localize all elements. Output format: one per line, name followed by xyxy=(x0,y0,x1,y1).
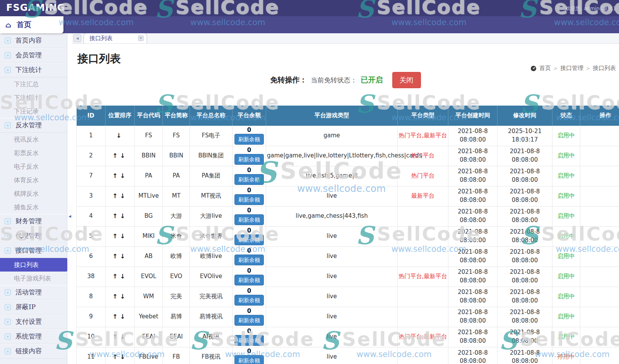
breadcrumb-item-首页[interactable]: 首页 xyxy=(539,65,551,72)
cell-modified: 2021-08-8 08:08:00 xyxy=(498,246,552,267)
cell-full-name: MT视讯 xyxy=(190,186,233,206)
sidebar-group-11[interactable]: ∨链接内容 xyxy=(0,344,67,359)
table-row: 4↑↓BG大游大游live0刷新余额live,game,chess|443,fi… xyxy=(77,206,619,226)
cell-id: 10 xyxy=(77,327,106,347)
sidebar-item-捕鱼反水[interactable]: 捕鱼反水 xyxy=(0,200,67,214)
secondary-header-bar xyxy=(0,16,619,33)
expand-toggle-icon: ∨ xyxy=(5,348,11,354)
sidebar-group-label: 财务管理 xyxy=(15,217,42,226)
sort-arrows[interactable]: ↑↓ xyxy=(113,253,128,260)
sidebar-group-6[interactable]: ∧接口管理 xyxy=(0,243,67,258)
sort-arrows[interactable]: ↑↓ xyxy=(113,293,128,300)
cell-full-name: FS电子 xyxy=(190,126,233,146)
sidebar-item-体育反水[interactable]: 体育反水 xyxy=(0,173,67,187)
table-row: 7↑↓PAPAPA集团0刷新余额live,fish|5,game|8热门平台20… xyxy=(77,166,619,186)
refresh-balance-button[interactable]: 刷新余额 xyxy=(234,194,264,205)
sidebar-item-电子游戏列表[interactable]: 电子游戏列表 xyxy=(0,272,67,285)
sort-arrows[interactable]: ↑↓ xyxy=(113,273,128,280)
sort-arrows[interactable]: ↓ xyxy=(116,132,123,139)
sort-arrows[interactable]: ↑↓ xyxy=(113,313,128,320)
refresh-balance-button[interactable]: 刷新余额 xyxy=(234,174,264,185)
refresh-balance-button[interactable]: 刷新余额 xyxy=(234,134,264,145)
sidebar-group-label: 系统管理 xyxy=(15,332,42,341)
cell-created: 2021-08-8 08:08:00 xyxy=(448,226,498,246)
tab-scroll-left-button[interactable]: ◀ xyxy=(74,34,81,42)
cell-id: 4 xyxy=(77,206,106,226)
cell-id: 2 xyxy=(77,146,106,166)
sidebar-item-彩票反水[interactable]: 彩票反水 xyxy=(0,146,67,160)
sidebar-group-9[interactable]: ∨支付设置 xyxy=(0,314,67,329)
refresh-balance-button[interactable]: 刷新余额 xyxy=(234,275,264,285)
cell-game-types: live,game,chess|443,fish xyxy=(266,206,398,226)
cell-game-types: live xyxy=(266,267,398,287)
column-header-ID: ID xyxy=(77,106,106,126)
status-text: 启用中 xyxy=(552,126,580,146)
tab-close-icon[interactable]: ✕ xyxy=(138,36,144,41)
sidebar-item-下注记录[interactable]: 下注记录 xyxy=(0,104,67,118)
sidebar-group-label: 代理管理 xyxy=(15,231,42,240)
sidebar-group-3[interactable]: ∧反水管理 xyxy=(0,118,67,133)
column-header-平台余额: 平台余额 xyxy=(233,106,266,126)
breadcrumb-item-接口管理[interactable]: 接口管理 xyxy=(560,65,583,72)
cell-game-types: live xyxy=(266,287,398,307)
refresh-balance-button[interactable]: 刷新余额 xyxy=(234,315,264,326)
sidebar-item-接口列表[interactable]: 接口列表 xyxy=(0,258,67,272)
sidebar-item-棋牌反水[interactable]: 棋牌反水 xyxy=(0,187,67,200)
user-info[interactable]: 欢迎您, admin [退出] xyxy=(566,5,615,12)
cell-modified: 2021-08-8 08:08:00 xyxy=(498,166,552,186)
sort-arrows[interactable]: ↑↓ xyxy=(113,172,128,179)
cell-sort: ↓ xyxy=(106,126,135,146)
sidebar-item-视讯反水[interactable]: 视讯反水 xyxy=(0,133,67,146)
tab-bar: ◀ 首页下注汇总✕接口列表✕ xyxy=(72,33,619,44)
transfer-close-button[interactable]: 关闭 xyxy=(392,72,421,88)
refresh-balance-button[interactable]: 刷新余额 xyxy=(234,295,264,306)
sidebar-group-7[interactable]: ∨活动管理 xyxy=(0,285,67,300)
column-header-平台总名称: 平台总名称 xyxy=(190,106,233,126)
cell-game-types: live xyxy=(266,186,398,206)
sort-arrows[interactable]: ↑↓ xyxy=(113,192,128,200)
sidebar-collapse-handle[interactable]: ◀ xyxy=(68,212,72,220)
cell-platform-type xyxy=(398,246,448,267)
sort-arrows[interactable]: ↑↓ xyxy=(113,232,128,240)
sidebar-group-0[interactable]: ∨首页内容 xyxy=(0,33,67,48)
cell-code: Yeebet xyxy=(135,307,163,327)
sidebar-group-label: 会员管理 xyxy=(15,51,42,60)
sidebar-group-8[interactable]: ∨屏蔽IP xyxy=(0,300,67,314)
sidebar-group-2[interactable]: ∧下注统计 xyxy=(0,63,67,77)
home-nav-tab[interactable]: ⌂ 首页 xyxy=(0,16,63,33)
cell-game-types: live xyxy=(266,347,398,364)
cell-modified: 2021-08-8 08:08:00 xyxy=(498,307,552,327)
cell-actions xyxy=(580,166,619,186)
tab-接口列表[interactable]: 接口列表✕ xyxy=(84,33,147,43)
refresh-balance-button[interactable]: 刷新余额 xyxy=(234,234,264,245)
cell-sort: ↑↓ xyxy=(106,186,135,206)
status-text: 启用中 xyxy=(552,186,580,206)
content-area: 接口列表 首页>接口管理>接口列表 免转操作： 当前免转状态： 已开启 关闭 I… xyxy=(72,51,619,364)
sort-arrows[interactable]: ↑↓ xyxy=(113,333,128,340)
sidebar-item-下注汇总[interactable]: 下注汇总 xyxy=(0,77,67,91)
refresh-balance-button[interactable]: 刷新余额 xyxy=(234,154,264,165)
cell-sort: ↑↓ xyxy=(106,146,135,166)
cell-game-types: game xyxy=(266,126,398,146)
cell-short-name: FB xyxy=(163,347,190,364)
status-text: 启用中 xyxy=(552,267,580,287)
refresh-balance-button[interactable]: 刷新余额 xyxy=(234,214,264,225)
sidebar-group-1[interactable]: ∨会员管理 xyxy=(0,48,67,63)
cell-platform-type xyxy=(398,206,448,226)
platform-table-wrap: ID位置排序平台代码平台简称平台总名称平台余额平台游戏类型平台类型平台创建时间修… xyxy=(76,106,619,364)
cell-modified: 2021-08-8 08:08:00 xyxy=(498,347,552,364)
sidebar-group-10[interactable]: ∨系统管理 xyxy=(0,329,67,344)
sort-arrows[interactable]: ↑↓ xyxy=(113,152,128,159)
sort-arrows[interactable]: ↑↓ xyxy=(113,353,128,361)
sidebar-group-5[interactable]: ∨代理管理 xyxy=(0,229,67,243)
cell-short-name: MT xyxy=(163,186,190,206)
cell-actions xyxy=(580,226,619,246)
sidebar-group-label: 活动管理 xyxy=(15,288,42,297)
sidebar-group-4[interactable]: ∨财务管理 xyxy=(0,214,67,229)
sort-arrows[interactable]: ↑↓ xyxy=(113,212,128,220)
refresh-balance-button[interactable]: 刷新余额 xyxy=(234,255,264,265)
sidebar-item-下注统计[interactable]: 下注统计 xyxy=(0,91,67,104)
refresh-balance-button[interactable]: 刷新余额 xyxy=(234,335,264,346)
refresh-balance-button[interactable]: 刷新余额 xyxy=(234,355,264,364)
sidebar-item-电子反水[interactable]: 电子反水 xyxy=(0,160,67,173)
